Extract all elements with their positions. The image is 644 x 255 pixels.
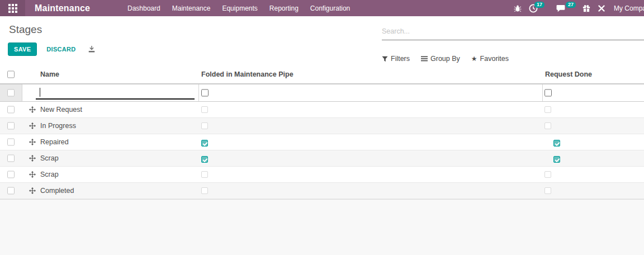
- control-panel-buttons: SAVE DISCARD: [8, 42, 96, 56]
- stage-name: Scrap: [40, 154, 59, 162]
- gift-icon: [583, 4, 590, 12]
- drag-handle[interactable]: [29, 171, 36, 178]
- table-row[interactable]: Scrap: [0, 167, 644, 183]
- apps-menu-button[interactable]: [0, 0, 25, 16]
- cell-divider: [542, 84, 543, 101]
- row-select-checkbox[interactable]: [7, 187, 15, 195]
- apps-grid-icon: [8, 4, 17, 13]
- search-box: [382, 23, 644, 40]
- row-select-checkbox[interactable]: [7, 155, 15, 162]
- user-menu[interactable]: My Company: [614, 4, 644, 12]
- save-button[interactable]: SAVE: [8, 42, 37, 56]
- group-by-lines-icon: [421, 56, 428, 62]
- column-header-request-done[interactable]: Request Done: [545, 70, 592, 78]
- move-arrows-icon: [29, 139, 36, 145]
- drag-handle[interactable]: [29, 139, 36, 145]
- move-arrows-icon: [29, 106, 36, 113]
- table-body: New Request In Progress Repaired Scrap: [0, 102, 644, 199]
- content-background: [0, 199, 644, 255]
- star-icon: ★: [471, 55, 477, 63]
- select-all-checkbox[interactable]: [7, 71, 15, 78]
- filters-label: Filters: [391, 55, 410, 63]
- column-header-name[interactable]: Name: [40, 70, 59, 78]
- download-icon: [88, 45, 96, 53]
- search-tools: Filters Group By ★ Favorites: [382, 55, 509, 63]
- text-caret: [40, 88, 40, 97]
- cell-divider: [198, 84, 199, 101]
- topbar: Maintenance Dashboard Maintenance Equipm…: [0, 0, 644, 16]
- folded-checkbox[interactable]: [201, 187, 208, 194]
- folded-checkbox[interactable]: [201, 122, 208, 129]
- row-select-checkbox[interactable]: [7, 171, 15, 178]
- folded-checkbox[interactable]: [201, 106, 208, 113]
- stage-name: Repaired: [40, 138, 69, 146]
- search-input[interactable]: [382, 23, 644, 40]
- table-header: Name Folded in Maintenance Pipe Request …: [0, 65, 644, 84]
- request-done-checkbox[interactable]: [544, 187, 551, 194]
- breadcrumb: Stages: [9, 23, 42, 36]
- row-select-checkbox[interactable]: [7, 89, 15, 97]
- filters-button[interactable]: Filters: [382, 55, 410, 63]
- main-menu: Dashboard Maintenance Equipments Reporti…: [127, 0, 350, 16]
- rewards-button[interactable]: [583, 4, 590, 12]
- stage-name-field: [36, 86, 195, 100]
- menu-item-maintenance[interactable]: Maintenance: [172, 4, 211, 12]
- menu-item-configuration[interactable]: Configuration: [310, 4, 350, 12]
- debug-button[interactable]: [514, 4, 522, 12]
- folded-checkbox[interactable]: [201, 140, 208, 147]
- table-row[interactable]: New Request: [0, 102, 644, 118]
- messages-button[interactable]: [556, 4, 565, 12]
- stage-name-input[interactable]: [36, 86, 195, 98]
- menu-item-equipments[interactable]: Equipments: [222, 4, 257, 12]
- drag-handle[interactable]: [29, 122, 36, 129]
- move-arrows-icon: [29, 122, 36, 129]
- messages-badge[interactable]: 27: [566, 2, 576, 8]
- request-done-checkbox[interactable]: [544, 106, 551, 113]
- menu-item-reporting[interactable]: Reporting: [269, 4, 299, 12]
- request-done-checkbox[interactable]: [544, 89, 552, 97]
- folded-checkbox[interactable]: [201, 171, 208, 178]
- row-select-checkbox[interactable]: [7, 106, 15, 114]
- control-panel: Stages SAVE DISCARD Filters Group By ★ F…: [0, 16, 644, 65]
- discard-button[interactable]: DISCARD: [46, 46, 75, 53]
- column-header-folded[interactable]: Folded in Maintenance Pipe: [201, 70, 293, 78]
- group-by-button[interactable]: Group By: [421, 55, 460, 63]
- move-arrows-icon: [29, 187, 36, 194]
- stage-name: In Progress: [40, 122, 76, 130]
- request-done-checkbox[interactable]: [544, 122, 551, 129]
- row-select-checkbox[interactable]: [7, 122, 15, 130]
- table-row[interactable]: Repaired: [0, 134, 644, 150]
- table-row[interactable]: Scrap: [0, 150, 644, 167]
- menu-item-dashboard[interactable]: Dashboard: [127, 4, 160, 12]
- export-button[interactable]: [88, 45, 96, 53]
- request-done-checkbox[interactable]: [553, 140, 560, 147]
- filter-funnel-icon: [382, 56, 388, 62]
- table-row[interactable]: Completed: [0, 183, 644, 199]
- drag-handle[interactable]: [29, 106, 36, 113]
- tools-button[interactable]: [598, 5, 605, 12]
- favorites-label: Favorites: [480, 55, 509, 63]
- app-brand[interactable]: Maintenance: [35, 3, 90, 13]
- stage-name: Scrap: [40, 171, 59, 178]
- activities-badge[interactable]: 17: [534, 2, 544, 8]
- request-done-checkbox[interactable]: [553, 156, 560, 163]
- screen: Maintenance Dashboard Maintenance Equipm…: [0, 0, 644, 255]
- drag-handle[interactable]: [29, 187, 36, 194]
- group-by-label: Group By: [430, 55, 460, 63]
- chat-icon: [556, 4, 565, 12]
- stage-name: New Request: [40, 106, 82, 114]
- drag-handle[interactable]: [29, 155, 36, 162]
- table-row[interactable]: In Progress: [0, 118, 644, 134]
- request-done-checkbox[interactable]: [544, 171, 551, 178]
- move-arrows-icon: [29, 155, 36, 162]
- row-select-checkbox[interactable]: [7, 139, 15, 146]
- stage-name: Completed: [40, 187, 74, 195]
- favorites-button[interactable]: ★ Favorites: [471, 55, 509, 63]
- new-stage-edit-row: [0, 84, 644, 102]
- folded-checkbox[interactable]: [201, 156, 208, 163]
- bug-icon: [514, 4, 522, 12]
- tools-cross-icon: [598, 5, 605, 12]
- move-arrows-icon: [29, 171, 36, 178]
- folded-checkbox[interactable]: [201, 89, 209, 97]
